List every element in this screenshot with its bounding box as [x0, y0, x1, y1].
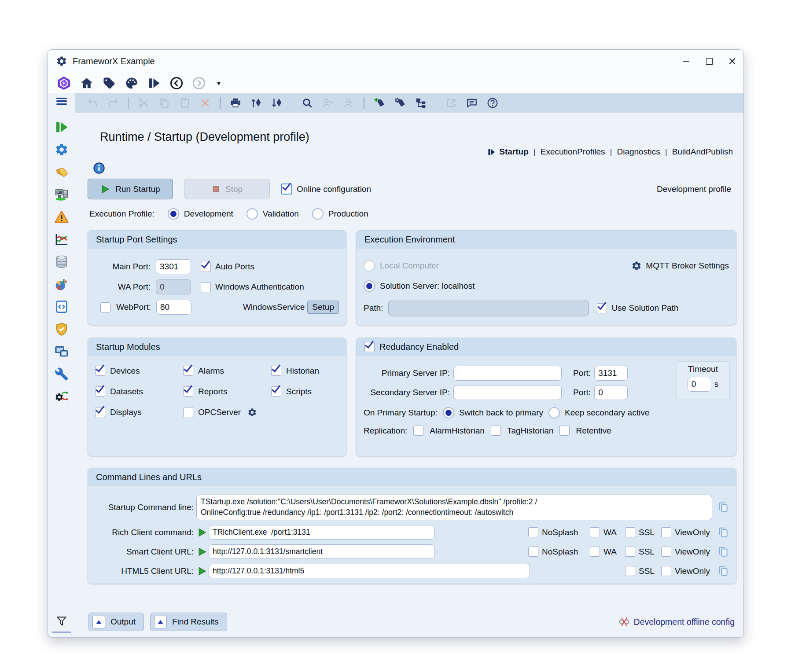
main-port-input[interactable] [156, 259, 191, 274]
smart-ssl-checkbox[interactable] [625, 547, 635, 557]
redundancy-enabled-checkbox[interactable] [364, 342, 375, 352]
auto-ports-checkbox[interactable] [201, 262, 211, 272]
alarmhistorian-checkbox[interactable] [413, 426, 423, 436]
startup-command-line-value[interactable]: TStartup.exe /solution:"C:\Users\User\Do… [196, 495, 712, 520]
keep-secondary-active-radio[interactable] [548, 407, 560, 419]
copy-rich-client-icon[interactable] [717, 527, 729, 538]
online-configuration-checkbox[interactable] [281, 184, 292, 195]
run-startup-button[interactable]: Run Startup [88, 179, 173, 199]
rich-wa-checkbox[interactable] [590, 527, 600, 537]
navigate-back-icon[interactable] [170, 77, 183, 90]
sidebar-scripts-code-icon[interactable] [55, 300, 69, 314]
search-icon[interactable] [302, 97, 313, 109]
minimize-button[interactable] [675, 50, 698, 73]
webport-input[interactable] [156, 300, 191, 315]
rich-viewonly-checkbox[interactable] [661, 527, 671, 537]
reports-checkbox[interactable] [183, 386, 193, 397]
smart-client-url-input[interactable] [209, 544, 435, 559]
redo-icon[interactable] [107, 97, 119, 109]
find-results-button[interactable]: Find Results [150, 613, 227, 631]
run-rich-client-icon[interactable] [197, 528, 207, 537]
tag-settings-icon[interactable] [394, 97, 406, 109]
object-tree-icon[interactable] [415, 97, 427, 109]
paste-icon[interactable] [179, 97, 191, 109]
opcserver-checkbox[interactable] [183, 407, 193, 417]
sidebar-settings-gear-icon[interactable] [55, 143, 69, 157]
copy-smart-client-icon[interactable] [717, 546, 729, 558]
rich-nosplash-checkbox[interactable] [528, 527, 538, 537]
windows-service-setup-button[interactable]: Setup [307, 301, 339, 314]
alarms-checkbox[interactable] [183, 366, 193, 376]
sidebar-integration-gears-icon[interactable] [55, 389, 69, 404]
smart-viewonly-checkbox[interactable] [661, 547, 671, 557]
cut-icon[interactable] [138, 97, 149, 109]
add-tag-icon[interactable] [374, 97, 385, 109]
solution-server-radio[interactable] [364, 280, 375, 292]
menu-hamburger-icon[interactable] [56, 98, 67, 108]
sidebar-devices-server-icon[interactable] [55, 187, 69, 202]
undo-icon[interactable] [87, 97, 98, 109]
retentive-checkbox[interactable] [559, 426, 570, 436]
datasets-checkbox[interactable] [95, 386, 105, 397]
profile-production-radio[interactable] [312, 208, 324, 220]
check-out-icon[interactable] [271, 97, 283, 109]
maximize-button[interactable] [698, 50, 721, 73]
sidebar-datasets-database-icon[interactable] [55, 255, 69, 269]
sidebar-tags-icon[interactable] [55, 165, 69, 179]
use-solution-path-checkbox[interactable] [597, 303, 607, 313]
copy-startup-command-icon[interactable] [717, 502, 729, 513]
info-icon[interactable] [93, 162, 105, 174]
copy-html5-client-icon[interactable] [717, 566, 729, 577]
smart-wa-checkbox[interactable] [590, 547, 600, 557]
profile-development-radio[interactable] [168, 208, 179, 220]
sidebar-runtime-play-icon[interactable] [55, 120, 69, 134]
devices-checkbox[interactable] [95, 366, 105, 376]
delete-icon[interactable] [200, 98, 210, 108]
sidebar-alarms-warning-icon[interactable] [55, 210, 69, 224]
html5-viewonly-checkbox[interactable] [661, 566, 671, 576]
primary-server-ip-input[interactable] [453, 366, 562, 381]
sidebar-displays-monitors-icon[interactable] [55, 345, 69, 359]
tab-buildandpublish[interactable]: BuildAndPublish [672, 147, 733, 157]
tab-diagnostics[interactable]: Diagnostics [617, 147, 660, 157]
historian-checkbox[interactable] [271, 366, 281, 376]
profile-validation-radio[interactable] [246, 208, 258, 220]
displays-palette-icon[interactable] [125, 77, 138, 90]
stop-button[interactable]: Stop [184, 179, 270, 199]
html5-client-url-input[interactable] [209, 564, 530, 578]
close-button[interactable] [721, 50, 743, 73]
switch-back-to-primary-radio[interactable] [443, 407, 454, 419]
sidebar-splitter[interactable] [52, 632, 71, 633]
offline-config-status[interactable]: Development offline config [618, 616, 735, 628]
sidebar-reports-pie-icon[interactable] [55, 277, 69, 291]
rich-client-command-input[interactable] [209, 525, 435, 540]
filter-funnel-icon[interactable] [56, 616, 67, 627]
opcserver-gear-icon[interactable] [247, 408, 257, 417]
tab-startup[interactable]: Startup [499, 147, 529, 157]
startup-play-icon[interactable] [147, 77, 161, 90]
mqtt-broker-settings-button[interactable]: MQTT Broker Settings [631, 261, 729, 271]
navigate-forward-icon[interactable] [192, 77, 206, 90]
run-smart-client-icon[interactable] [197, 547, 207, 557]
taghistorian-checkbox[interactable] [491, 426, 501, 436]
check-in-icon[interactable] [250, 97, 262, 109]
scripts-checkbox[interactable] [271, 386, 281, 397]
sidebar-security-shield-icon[interactable] [55, 322, 69, 336]
smart-nosplash-checkbox[interactable] [528, 547, 538, 557]
home-icon[interactable] [80, 77, 93, 90]
print-icon[interactable] [230, 97, 241, 109]
find-next-user-icon[interactable] [322, 97, 334, 109]
nav-dropdown-arrow-icon[interactable]: ▼ [216, 80, 222, 87]
webport-checkbox[interactable] [100, 302, 110, 312]
tab-executionprofiles[interactable]: ExecutionProfiles [541, 147, 605, 157]
open-external-icon[interactable] [445, 97, 457, 109]
copy-icon[interactable] [158, 97, 170, 109]
displays-checkbox[interactable] [95, 407, 105, 417]
comments-icon[interactable] [466, 97, 478, 109]
sidebar-historian-chart-icon[interactable] [55, 232, 69, 246]
secondary-server-ip-input[interactable] [453, 385, 562, 400]
rich-ssl-checkbox[interactable] [625, 527, 635, 537]
output-button[interactable]: Output [88, 613, 144, 631]
secondary-port-input[interactable] [594, 385, 628, 400]
help-icon[interactable] [487, 97, 498, 109]
